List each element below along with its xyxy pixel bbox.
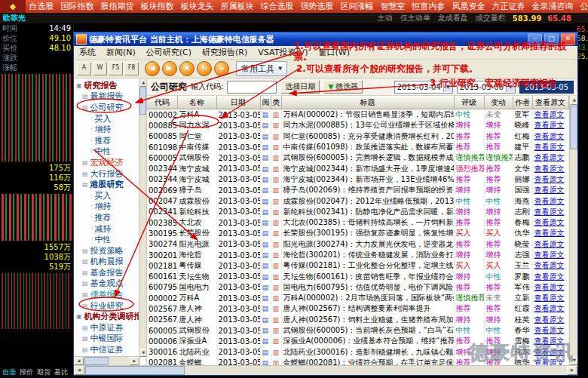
tree-vertical-scrollbar[interactable]: ▲ ▼ xyxy=(139,78,146,357)
current-date-badge[interactable]: 2013-03-05 xyxy=(519,81,574,94)
column-header[interactable]: 名称 xyxy=(177,96,216,109)
subbar-button[interactable]: 仅主动单 xyxy=(400,13,430,23)
doc-read-icon[interactable]: ▤ xyxy=(260,217,271,228)
doc-type-icon[interactable]: ▥ xyxy=(271,109,281,121)
subbar-button[interactable]: 主动 xyxy=(378,13,393,23)
doc-type-icon[interactable]: ▥ xyxy=(271,185,281,195)
doc-read-icon[interactable]: ▤ xyxy=(260,358,271,365)
tree-item-12[interactable]: ·推荐 xyxy=(74,212,139,223)
table-row[interactable]: 002047成霖股份2013-03-05▤▥成霖股份(002047)：2012年… xyxy=(147,195,568,206)
tree-item-20[interactable]: ▤行业研究 xyxy=(74,300,139,312)
code-input[interactable] xyxy=(227,81,277,94)
tree-item-1[interactable]: ▤最新报告 xyxy=(74,91,139,103)
doc-read-icon[interactable]: ▤ xyxy=(260,174,271,185)
doc-type-icon[interactable]: ▥ xyxy=(271,174,281,185)
bottom-tab[interactable]: 基比 xyxy=(54,367,68,377)
doc-type-icon[interactable]: ▥ xyxy=(271,260,281,271)
view-original-link[interactable]: 查看原文 xyxy=(532,282,568,293)
column-header[interactable]: 标题 xyxy=(281,96,454,109)
tree-item-8[interactable]: ▤大行报告 xyxy=(74,168,139,180)
table-row[interactable]: 002341新纶科技2013-03-05▤▥新纶科技(002341)：防静电净化… xyxy=(147,207,568,217)
top-menu-item[interactable]: 区间涨幅 xyxy=(337,1,377,12)
scroll-down-icon[interactable]: ▼ xyxy=(570,356,577,365)
view-original-link[interactable]: 查看原文 xyxy=(532,325,568,336)
tree-item-9[interactable]: ▤港股研究 xyxy=(74,179,139,190)
tree-item-17[interactable]: ▤基金报告 xyxy=(74,267,139,278)
doc-read-icon[interactable]: ▤ xyxy=(260,120,271,131)
menu-item[interactable]: 系统 xyxy=(74,47,101,58)
doc-type-icon[interactable]: ▥ xyxy=(271,336,281,346)
doc-type-icon[interactable]: ▥ xyxy=(271,142,281,152)
table-row[interactable]: 600085同仁堂2013-03-05▤▥同仁堂(600085)：充分享受健康消… xyxy=(147,131,568,142)
table-scrollbar-thumb[interactable] xyxy=(570,106,577,149)
tree-item-22[interactable]: ▤中原证券 xyxy=(74,322,139,333)
view-original-link[interactable]: 查看原文 xyxy=(532,163,568,174)
home-icon[interactable]: ⌂ xyxy=(214,61,229,76)
table-vertical-scrollbar[interactable]: ▲ ▼ xyxy=(569,96,577,365)
column-header[interactable]: 阅 xyxy=(260,96,271,109)
doc-read-icon[interactable]: ▤ xyxy=(260,325,271,336)
doc-type-icon[interactable]: ▥ xyxy=(271,163,281,174)
chevron-down-icon[interactable]: ▼ xyxy=(506,82,515,92)
table-row[interactable]: 300274阳光电源2013-03-05▤▥阳光电源(300274)：大力发展光… xyxy=(147,239,568,250)
doc-read-icon[interactable]: ▤ xyxy=(260,239,271,250)
tree-item-10[interactable]: ·买入 xyxy=(74,190,139,201)
doc-type-icon[interactable]: ▥ xyxy=(271,195,281,206)
view-original-link[interactable]: 查看原文 xyxy=(532,336,568,346)
table-row[interactable]: 002181粤传媒2013-03-05▤▥粤传媒(002181)：工业化整合分化… xyxy=(147,260,568,271)
bottom-tab[interactable]: 报价 xyxy=(20,367,33,377)
menu-item[interactable]: 公司研究(C) xyxy=(141,47,197,58)
scroll-left-icon[interactable]: ◀ xyxy=(74,357,84,365)
tree-item-11[interactable]: ·增持 xyxy=(74,201,139,213)
tree-item-21[interactable]: ▣机构分类调研报 xyxy=(74,311,139,322)
tree-item-2[interactable]: ▤公司研究 xyxy=(74,102,139,113)
view-original-link[interactable]: 查看原文 xyxy=(532,303,568,314)
tree-hscrollbar-thumb[interactable] xyxy=(84,357,109,365)
scroll-right-icon[interactable]: ▶ xyxy=(130,357,139,365)
column-header[interactable]: 类 xyxy=(271,96,281,109)
menu-item[interactable]: 新闻(N) xyxy=(101,47,141,58)
top-menu-item[interactable]: 综合选股 xyxy=(257,1,297,12)
subbar-button[interactable]: 成交量栏 xyxy=(476,13,506,23)
doc-read-icon[interactable]: ▤ xyxy=(260,207,271,217)
scroll-down-icon[interactable]: ▼ xyxy=(139,349,147,357)
view-original-link[interactable]: 查看原文 xyxy=(532,271,568,281)
table-row[interactable]: 002385大北农2013-03-05▤▥大北农(002385)：母猪料持续高增… xyxy=(147,217,568,228)
doc-type-icon[interactable]: ▥ xyxy=(271,325,281,336)
view-original-link[interactable]: 查看原文 xyxy=(532,131,568,142)
doc-read-icon[interactable]: ▤ xyxy=(260,260,271,271)
doc-read-icon[interactable]: ▤ xyxy=(260,163,271,174)
view-original-link[interactable]: 查看原文 xyxy=(532,174,568,185)
table-row[interactable]: 000885同力水泥2013-03-05▤▥同力水泥(000885)：13年公司… xyxy=(147,120,568,131)
doc-read-icon[interactable]: ▤ xyxy=(260,336,271,346)
tree-horizontal-scrollbar[interactable]: ◀ ▶ xyxy=(74,356,139,365)
table-row[interactable]: 601098中南传媒2013-03-05▤▥中南传媒(601098)：政策推进落… xyxy=(147,142,568,152)
tree-item-5[interactable]: ·推荐 xyxy=(74,135,139,146)
bottom-tab[interactable]: 自选 xyxy=(2,367,16,377)
choose-date-button[interactable]: 选择日期 xyxy=(280,80,320,94)
column-header[interactable]: 查看原文 xyxy=(532,96,568,109)
scroll-right-icon[interactable]: ▶ xyxy=(567,366,577,375)
tree-item-6[interactable]: ·中性 xyxy=(74,146,139,158)
back-icon[interactable]: ◀ xyxy=(145,61,160,76)
view-original-link[interactable]: 查看原文 xyxy=(532,109,568,121)
date-from-picker[interactable]: 2013-03-04 ▼ xyxy=(394,81,453,94)
bottom-tab[interactable]: 期货 xyxy=(37,367,51,377)
window-horizontal-scrollbar[interactable]: ◀ ▶ xyxy=(74,365,577,375)
toolbar-small-button[interactable]: W xyxy=(93,62,107,75)
tree-item-14[interactable]: ·中性 xyxy=(74,234,139,245)
table-row[interactable]: 002567唐人神2013-03-05▤▥唐人神(002567)：结构调整要素利… xyxy=(147,303,568,314)
toolbar-small-button[interactable]: F5 xyxy=(109,62,123,75)
view-original-link[interactable]: 查看原文 xyxy=(532,142,568,152)
column-header[interactable]: 作者 xyxy=(513,96,532,109)
view-original-link[interactable]: 查看原文 xyxy=(532,239,568,250)
doc-read-icon[interactable]: ▤ xyxy=(260,195,271,206)
forward-icon[interactable]: ▶ xyxy=(162,61,177,76)
doc-read-icon[interactable]: ▤ xyxy=(260,271,271,281)
top-menu-item[interactable]: 恒富内参 xyxy=(409,1,449,12)
table-row[interactable]: 000002万科A2013-03-05▤▥万科A(000002)：节假日销售略显… xyxy=(147,109,568,121)
maximize-button[interactable]: □ xyxy=(544,33,559,45)
view-original-link[interactable]: 查看原文 xyxy=(532,293,568,303)
table-row[interactable]: 002344海宁皮城2013-03-05▤▥海宁皮城(002344)：新市场开业… xyxy=(147,174,568,185)
date-to-picker[interactable]: 2013-03-06 ▼ xyxy=(457,81,516,94)
